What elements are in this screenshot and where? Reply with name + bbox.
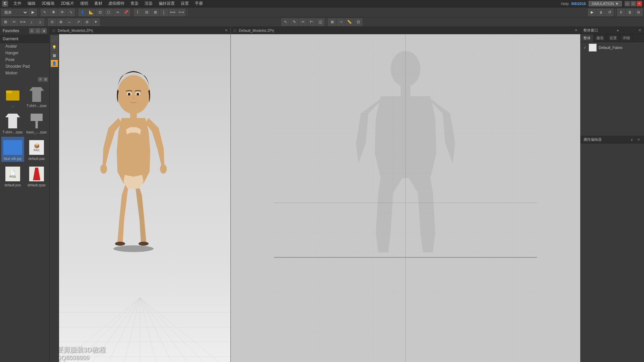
tb-2d-edit[interactable]: ✎ bbox=[290, 18, 298, 26]
tb-sub-11[interactable]: ✦ bbox=[92, 18, 100, 26]
tb-sub-2[interactable]: ✂ bbox=[10, 18, 18, 26]
tb-2d-snap[interactable]: ⊠ bbox=[328, 18, 336, 26]
menu-manual[interactable]: 手册 bbox=[192, 0, 206, 7]
menu-stitch[interactable]: 缝纫 bbox=[77, 0, 91, 7]
tb-sim-play[interactable]: ▶ bbox=[588, 9, 596, 16]
right-panel-close[interactable]: ✕ bbox=[638, 28, 641, 33]
tb-sub-4[interactable]: ↕ bbox=[28, 18, 36, 26]
tb-rotate[interactable]: ⟳ bbox=[58, 9, 66, 16]
tb-view-front[interactable]: F bbox=[617, 9, 625, 16]
tb-reset[interactable]: ↺ bbox=[605, 9, 613, 16]
sidebar-item-hanger[interactable]: Hanger bbox=[0, 50, 49, 56]
tb-move[interactable]: ✥ bbox=[49, 9, 57, 16]
win-minimize[interactable]: — bbox=[625, 1, 630, 6]
li-light[interactable]: 💡 bbox=[51, 44, 58, 51]
tb-sub-9[interactable]: ↗ bbox=[74, 18, 82, 26]
sidebar-item-shoulder-pad[interactable]: Shoulder Pad bbox=[0, 63, 49, 70]
tb-edit-mesh[interactable]: ⬡ bbox=[105, 9, 113, 16]
file-name: T-shirt-...zpac bbox=[2, 130, 23, 134]
tb-2d-stitch[interactable]: ⊢ bbox=[308, 18, 316, 26]
fabric-item[interactable]: ✓ Default_Fabric bbox=[581, 42, 644, 53]
tb-2d-ruler[interactable]: 📏 bbox=[345, 18, 354, 26]
menu-file[interactable]: 文件 bbox=[11, 0, 24, 7]
tb-tape[interactable]: ⟼ bbox=[177, 9, 185, 16]
tb-garment[interactable]: 👗 bbox=[78, 9, 87, 16]
list-item[interactable]: T-shirt-...zpac bbox=[25, 84, 48, 109]
viewport-3d-close[interactable]: ✕ bbox=[225, 28, 228, 33]
svg-point-32 bbox=[391, 51, 421, 87]
list-item[interactable]: blue silk.jpg bbox=[1, 137, 24, 162]
list-item[interactable]: ... bbox=[1, 84, 24, 109]
tb-sub-1[interactable]: ⊞ bbox=[1, 18, 9, 26]
win-close[interactable]: ✕ bbox=[637, 1, 642, 6]
tb-select[interactable]: ↖ bbox=[41, 9, 49, 16]
menu-check[interactable]: 查染 bbox=[128, 0, 141, 7]
tb-sub-8[interactable]: ↔ bbox=[65, 18, 73, 26]
menu-render[interactable]: 渲染 bbox=[142, 0, 155, 7]
viewport-2d-canvas[interactable] bbox=[231, 34, 580, 362]
sidebar-item-motion[interactable]: Motion bbox=[0, 70, 49, 76]
tb-view-back[interactable]: B bbox=[626, 9, 634, 16]
tb-2d-select[interactable]: ↖ bbox=[281, 18, 289, 26]
grid-ctrl-refresh[interactable]: ↺ bbox=[38, 77, 43, 82]
li-avatar-icon[interactable]: 👤 bbox=[51, 60, 58, 67]
fav-remove[interactable]: − bbox=[35, 28, 41, 34]
li-ground[interactable]: ▦ bbox=[51, 52, 58, 59]
list-item[interactable]: 📦 PAC default.pac bbox=[25, 137, 48, 162]
property-close[interactable]: ✕ bbox=[636, 137, 641, 142]
viewport-3d[interactable]: ◻ Default_Modelist.ZPrj ✕ 🎥 💡 ▦ 👤 bbox=[50, 27, 231, 362]
tb-space[interactable]: │ bbox=[160, 9, 168, 16]
tb-pin[interactable]: 📌 bbox=[122, 9, 130, 16]
tb-2d-mirror[interactable]: ⊣ bbox=[337, 18, 345, 26]
menu-material[interactable]: 素材 bbox=[92, 0, 105, 7]
viewport-3d-canvas[interactable]: 🎥 💡 ▦ 👤 bbox=[50, 34, 230, 362]
rtab-detail[interactable]: 详细 bbox=[620, 34, 633, 42]
li-camera[interactable]: 🎥 bbox=[51, 36, 58, 43]
right-panel-expand[interactable]: ▸ bbox=[617, 28, 619, 33]
win-maximize[interactable]: □ bbox=[631, 1, 636, 6]
menu-3d-garment[interactable]: 3D服装 bbox=[39, 0, 57, 7]
tb-sub-7[interactable]: ⊕ bbox=[57, 18, 65, 26]
tb-2d-cut[interactable]: ✂ bbox=[299, 18, 307, 26]
tb-move-3d[interactable]: ⇒ bbox=[113, 9, 121, 16]
tb-2d-measure[interactable]: ⊡ bbox=[354, 18, 362, 26]
tb-sub-10[interactable]: ⊘ bbox=[83, 18, 91, 26]
tb-walk[interactable]: 🚶 bbox=[134, 9, 142, 16]
menu-settings[interactable]: 设置 bbox=[178, 0, 192, 7]
tb-pattern[interactable]: 📐 bbox=[87, 9, 95, 16]
view-dropdown[interactable]: 图库 bbox=[1, 9, 28, 16]
menu-edit[interactable]: 编辑 bbox=[25, 0, 38, 7]
sim-dropdown-icon: ▼ bbox=[615, 2, 619, 6]
rtab-garment[interactable]: 服装 bbox=[594, 34, 607, 42]
rtab-setting[interactable]: 设置 bbox=[607, 34, 620, 42]
tb-sub-3[interactable]: ⟷ bbox=[19, 18, 27, 26]
tb-arrow-icon[interactable]: ▶ bbox=[29, 9, 37, 16]
fav-add[interactable]: + bbox=[29, 28, 35, 34]
simulation-button[interactable]: SIMULATION ▼ bbox=[589, 1, 622, 6]
sidebar-item-pose[interactable]: Pose bbox=[0, 56, 49, 63]
tb-2d-fold[interactable]: ◫ bbox=[316, 18, 324, 26]
rtab-body[interactable]: 整体 bbox=[581, 34, 594, 42]
tb-measure[interactable]: ⟺ bbox=[169, 9, 177, 16]
property-expand[interactable]: ▸ bbox=[629, 137, 635, 142]
list-item[interactable]: 📄 POS default.pos bbox=[1, 163, 24, 188]
menu-2d-panel[interactable]: 2D板片 bbox=[58, 0, 76, 7]
tb-align[interactable]: ⊟ bbox=[143, 9, 151, 16]
list-item[interactable]: basic_-...zpac bbox=[25, 110, 48, 135]
tb-sub-5[interactable]: ⊥ bbox=[36, 18, 44, 26]
viewport-2d-close[interactable]: ✕ bbox=[575, 28, 578, 33]
tb-sim-pause[interactable]: ⏸ bbox=[597, 9, 605, 16]
tb-view-right[interactable]: R bbox=[635, 9, 643, 16]
tb-scale[interactable]: ⤡ bbox=[67, 9, 75, 16]
tb-distribute[interactable]: ⊞ bbox=[151, 9, 159, 16]
tb-3d-select[interactable]: ⊡ bbox=[96, 9, 104, 16]
list-item[interactable]: T-shirt-...zpac bbox=[1, 110, 24, 135]
grid-ctrl-view[interactable]: ⊞ bbox=[43, 77, 48, 82]
sidebar-item-avatar[interactable]: Avatar bbox=[0, 43, 49, 50]
tb-sub-6[interactable]: ⊙ bbox=[48, 18, 56, 26]
fav-config[interactable]: ▾ bbox=[41, 28, 47, 34]
menu-preferences[interactable]: 偏好设置 bbox=[156, 0, 177, 7]
list-item[interactable]: default.zpac bbox=[25, 163, 48, 188]
menu-avatar[interactable]: 虚拟模特 bbox=[106, 0, 127, 7]
viewport-2d[interactable]: ◻ Default_Modelist.ZPrj ✕ bbox=[231, 27, 580, 362]
